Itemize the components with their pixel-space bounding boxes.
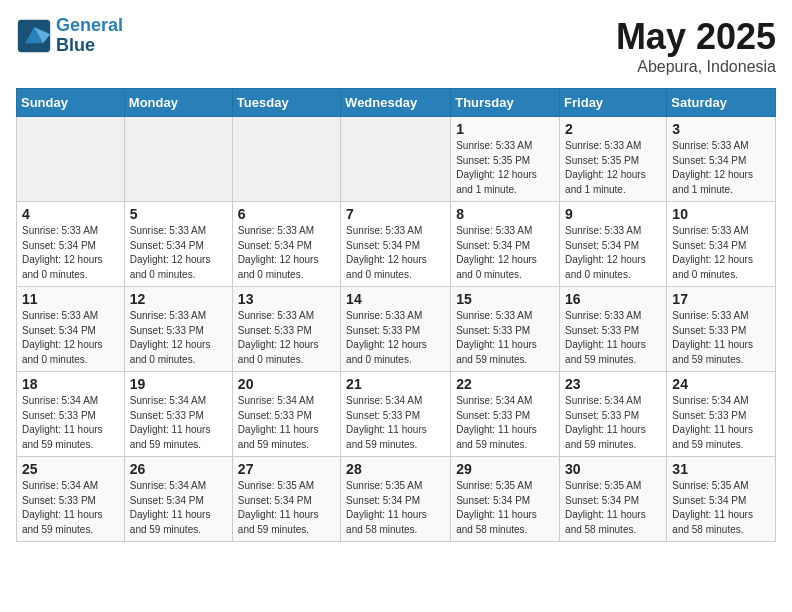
day-cell — [124, 117, 232, 202]
weekday-header-thursday: Thursday — [451, 89, 560, 117]
day-cell: 10Sunrise: 5:33 AM Sunset: 5:34 PM Dayli… — [667, 202, 776, 287]
weekday-header-tuesday: Tuesday — [232, 89, 340, 117]
logo-icon — [16, 18, 52, 54]
day-cell: 6Sunrise: 5:33 AM Sunset: 5:34 PM Daylig… — [232, 202, 340, 287]
day-info: Sunrise: 5:35 AM Sunset: 5:34 PM Dayligh… — [565, 479, 661, 537]
day-cell: 28Sunrise: 5:35 AM Sunset: 5:34 PM Dayli… — [341, 457, 451, 542]
day-cell: 24Sunrise: 5:34 AM Sunset: 5:33 PM Dayli… — [667, 372, 776, 457]
weekday-header-monday: Monday — [124, 89, 232, 117]
day-info: Sunrise: 5:33 AM Sunset: 5:34 PM Dayligh… — [238, 224, 335, 282]
day-info: Sunrise: 5:33 AM Sunset: 5:34 PM Dayligh… — [346, 224, 445, 282]
day-info: Sunrise: 5:34 AM Sunset: 5:33 PM Dayligh… — [238, 394, 335, 452]
day-number: 24 — [672, 376, 770, 392]
day-info: Sunrise: 5:34 AM Sunset: 5:33 PM Dayligh… — [565, 394, 661, 452]
day-cell: 22Sunrise: 5:34 AM Sunset: 5:33 PM Dayli… — [451, 372, 560, 457]
day-info: Sunrise: 5:33 AM Sunset: 5:34 PM Dayligh… — [22, 224, 119, 282]
day-number: 11 — [22, 291, 119, 307]
day-cell: 20Sunrise: 5:34 AM Sunset: 5:33 PM Dayli… — [232, 372, 340, 457]
weekday-header-saturday: Saturday — [667, 89, 776, 117]
day-cell: 14Sunrise: 5:33 AM Sunset: 5:33 PM Dayli… — [341, 287, 451, 372]
day-cell: 9Sunrise: 5:33 AM Sunset: 5:34 PM Daylig… — [560, 202, 667, 287]
logo-text: General Blue — [56, 16, 123, 56]
day-info: Sunrise: 5:34 AM Sunset: 5:33 PM Dayligh… — [22, 479, 119, 537]
day-cell: 3Sunrise: 5:33 AM Sunset: 5:34 PM Daylig… — [667, 117, 776, 202]
page-header: General Blue May 2025 Abepura, Indonesia — [16, 16, 776, 76]
title-block: May 2025 Abepura, Indonesia — [616, 16, 776, 76]
weekday-header-friday: Friday — [560, 89, 667, 117]
day-cell: 13Sunrise: 5:33 AM Sunset: 5:33 PM Dayli… — [232, 287, 340, 372]
day-number: 18 — [22, 376, 119, 392]
month-title: May 2025 — [616, 16, 776, 58]
week-row-5: 25Sunrise: 5:34 AM Sunset: 5:33 PM Dayli… — [17, 457, 776, 542]
day-cell: 2Sunrise: 5:33 AM Sunset: 5:35 PM Daylig… — [560, 117, 667, 202]
day-cell: 16Sunrise: 5:33 AM Sunset: 5:33 PM Dayli… — [560, 287, 667, 372]
week-row-3: 11Sunrise: 5:33 AM Sunset: 5:34 PM Dayli… — [17, 287, 776, 372]
day-info: Sunrise: 5:33 AM Sunset: 5:33 PM Dayligh… — [672, 309, 770, 367]
week-row-1: 1Sunrise: 5:33 AM Sunset: 5:35 PM Daylig… — [17, 117, 776, 202]
day-number: 17 — [672, 291, 770, 307]
day-number: 4 — [22, 206, 119, 222]
day-cell: 17Sunrise: 5:33 AM Sunset: 5:33 PM Dayli… — [667, 287, 776, 372]
weekday-header-wednesday: Wednesday — [341, 89, 451, 117]
day-cell: 21Sunrise: 5:34 AM Sunset: 5:33 PM Dayli… — [341, 372, 451, 457]
calendar-table: SundayMondayTuesdayWednesdayThursdayFrid… — [16, 88, 776, 542]
week-row-4: 18Sunrise: 5:34 AM Sunset: 5:33 PM Dayli… — [17, 372, 776, 457]
day-number: 14 — [346, 291, 445, 307]
weekday-header-sunday: Sunday — [17, 89, 125, 117]
day-number: 8 — [456, 206, 554, 222]
day-number: 15 — [456, 291, 554, 307]
day-cell: 12Sunrise: 5:33 AM Sunset: 5:33 PM Dayli… — [124, 287, 232, 372]
day-cell: 31Sunrise: 5:35 AM Sunset: 5:34 PM Dayli… — [667, 457, 776, 542]
day-number: 13 — [238, 291, 335, 307]
day-cell — [341, 117, 451, 202]
day-info: Sunrise: 5:33 AM Sunset: 5:34 PM Dayligh… — [456, 224, 554, 282]
weekday-header-row: SundayMondayTuesdayWednesdayThursdayFrid… — [17, 89, 776, 117]
day-number: 9 — [565, 206, 661, 222]
day-cell: 23Sunrise: 5:34 AM Sunset: 5:33 PM Dayli… — [560, 372, 667, 457]
day-cell: 5Sunrise: 5:33 AM Sunset: 5:34 PM Daylig… — [124, 202, 232, 287]
day-number: 20 — [238, 376, 335, 392]
day-cell — [17, 117, 125, 202]
day-cell: 11Sunrise: 5:33 AM Sunset: 5:34 PM Dayli… — [17, 287, 125, 372]
day-info: Sunrise: 5:33 AM Sunset: 5:34 PM Dayligh… — [565, 224, 661, 282]
day-info: Sunrise: 5:34 AM Sunset: 5:33 PM Dayligh… — [130, 394, 227, 452]
day-info: Sunrise: 5:34 AM Sunset: 5:33 PM Dayligh… — [22, 394, 119, 452]
day-cell: 1Sunrise: 5:33 AM Sunset: 5:35 PM Daylig… — [451, 117, 560, 202]
day-number: 26 — [130, 461, 227, 477]
day-cell: 26Sunrise: 5:34 AM Sunset: 5:34 PM Dayli… — [124, 457, 232, 542]
day-cell: 7Sunrise: 5:33 AM Sunset: 5:34 PM Daylig… — [341, 202, 451, 287]
day-info: Sunrise: 5:33 AM Sunset: 5:33 PM Dayligh… — [238, 309, 335, 367]
day-info: Sunrise: 5:33 AM Sunset: 5:35 PM Dayligh… — [456, 139, 554, 197]
day-info: Sunrise: 5:33 AM Sunset: 5:33 PM Dayligh… — [565, 309, 661, 367]
day-info: Sunrise: 5:33 AM Sunset: 5:34 PM Dayligh… — [130, 224, 227, 282]
day-number: 2 — [565, 121, 661, 137]
day-number: 6 — [238, 206, 335, 222]
location: Abepura, Indonesia — [616, 58, 776, 76]
day-cell — [232, 117, 340, 202]
day-info: Sunrise: 5:33 AM Sunset: 5:35 PM Dayligh… — [565, 139, 661, 197]
day-number: 21 — [346, 376, 445, 392]
day-info: Sunrise: 5:33 AM Sunset: 5:33 PM Dayligh… — [456, 309, 554, 367]
day-number: 12 — [130, 291, 227, 307]
day-number: 30 — [565, 461, 661, 477]
day-number: 27 — [238, 461, 335, 477]
day-cell: 19Sunrise: 5:34 AM Sunset: 5:33 PM Dayli… — [124, 372, 232, 457]
day-info: Sunrise: 5:33 AM Sunset: 5:33 PM Dayligh… — [346, 309, 445, 367]
day-cell: 18Sunrise: 5:34 AM Sunset: 5:33 PM Dayli… — [17, 372, 125, 457]
day-cell: 15Sunrise: 5:33 AM Sunset: 5:33 PM Dayli… — [451, 287, 560, 372]
day-number: 23 — [565, 376, 661, 392]
day-cell: 4Sunrise: 5:33 AM Sunset: 5:34 PM Daylig… — [17, 202, 125, 287]
day-number: 7 — [346, 206, 445, 222]
day-number: 1 — [456, 121, 554, 137]
day-cell: 27Sunrise: 5:35 AM Sunset: 5:34 PM Dayli… — [232, 457, 340, 542]
day-number: 10 — [672, 206, 770, 222]
day-number: 29 — [456, 461, 554, 477]
day-info: Sunrise: 5:34 AM Sunset: 5:33 PM Dayligh… — [346, 394, 445, 452]
day-number: 28 — [346, 461, 445, 477]
day-cell: 30Sunrise: 5:35 AM Sunset: 5:34 PM Dayli… — [560, 457, 667, 542]
day-info: Sunrise: 5:35 AM Sunset: 5:34 PM Dayligh… — [238, 479, 335, 537]
day-number: 5 — [130, 206, 227, 222]
day-cell: 8Sunrise: 5:33 AM Sunset: 5:34 PM Daylig… — [451, 202, 560, 287]
day-info: Sunrise: 5:35 AM Sunset: 5:34 PM Dayligh… — [672, 479, 770, 537]
day-number: 31 — [672, 461, 770, 477]
